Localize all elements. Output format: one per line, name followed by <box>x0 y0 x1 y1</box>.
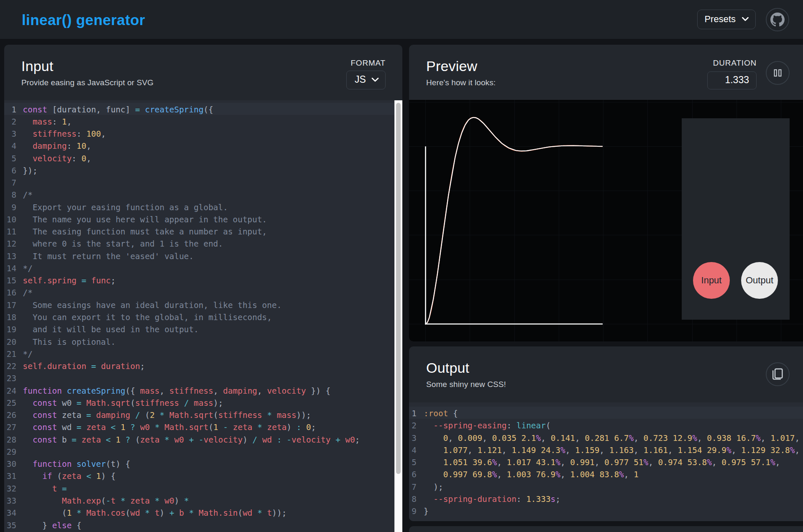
code-line[interactable]: 19 and it will be used in the output. <box>4 323 402 335</box>
output-panel-title: Output <box>426 360 469 376</box>
code-line[interactable]: 15self.spring = func; <box>4 274 402 286</box>
code-line[interactable]: 32 t = <box>4 482 402 494</box>
code-line[interactable]: 3 stiffness: 100, <box>4 127 402 139</box>
output-panel-header: Output Some shiny new CSS! <box>409 346 803 402</box>
input-editor-scrollbar[interactable] <box>394 100 403 532</box>
input-code-editor[interactable]: 1const [duration, func] = createSpring({… <box>4 100 402 532</box>
code-line[interactable]: 28 const b = zeta < 1 ? (zeta * w0 + -ve… <box>4 433 402 445</box>
input-panel-subtitle: Provide easing as JavaScript or SVG <box>21 78 153 87</box>
preview-panel-header: Preview Here's how it looks: DURATION <box>409 45 803 100</box>
code-line[interactable]: 35 } else { <box>4 519 402 531</box>
code-line[interactable]: 33 Math.exp(-t * zeta * w0) * <box>4 494 402 506</box>
main-content: Input Provide easing as JavaScript or SV… <box>4 45 803 532</box>
code-line[interactable]: 12 where 0 is the start, and 1 is the en… <box>4 237 402 249</box>
format-label: FORMAT <box>350 59 386 68</box>
output-code-editor[interactable]: 1:root {2 --spring-easing: linear(3 0, 0… <box>409 402 803 521</box>
code-line[interactable]: 16/* <box>4 286 402 298</box>
code-line[interactable]: 29 <box>4 445 402 457</box>
code-line[interactable]: 7 <box>4 176 402 188</box>
output-panel: Output Some shiny new CSS! 1:root {2 --s… <box>409 346 803 521</box>
code-line[interactable]: 14*/ <box>4 262 402 274</box>
demo-output-ball: Output <box>741 262 778 299</box>
code-line[interactable]: 8 --spring-duration: 1.333s; <box>409 492 803 504</box>
code-line[interactable]: 17 Some easings have an ideal duration, … <box>4 298 402 311</box>
input-panel-title: Input <box>21 58 54 74</box>
code-line[interactable]: 1:root { <box>409 407 803 419</box>
code-line[interactable]: 2 mass: 1, <box>4 115 402 127</box>
code-line[interactable]: 24function createSpring({ mass, stiffnes… <box>4 384 402 396</box>
code-line[interactable]: 25 const w0 = Math.sqrt(stiffness / mass… <box>4 396 402 408</box>
code-line[interactable]: 6}); <box>4 164 402 176</box>
app-header: linear() generator Presets <box>0 0 803 39</box>
pause-icon <box>767 61 789 85</box>
chevron-down-icon <box>371 78 379 82</box>
code-line[interactable]: 27 const wd = zeta < 1 ? w0 * Math.sqrt(… <box>4 420 402 433</box>
app-title: linear() generator <box>22 11 145 28</box>
input-panel-header: Input Provide easing as JavaScript or SV… <box>4 45 402 100</box>
code-line[interactable]: 10 The name you use here will appear in … <box>4 213 402 225</box>
input-code-lines: 1const [duration, func] = createSpring({… <box>4 103 402 532</box>
code-line[interactable]: 4 1.077, 1.121, 1.149 24.3%, 1.159, 1.16… <box>409 443 803 456</box>
copy-icon <box>767 362 789 386</box>
preview-panel-title: Preview <box>426 58 477 74</box>
code-line[interactable]: 5 1.051 39.6%, 1.017 43.1%, 0.991, 0.977… <box>409 456 803 468</box>
next-panel-strip <box>409 526 803 532</box>
preview-graph: Input Output <box>409 100 803 341</box>
code-line[interactable]: 3 0, 0.009, 0.035 2.1%, 0.141, 0.281 6.7… <box>409 431 803 443</box>
code-line[interactable]: 18 You can export it to the global, in m… <box>4 311 402 323</box>
code-line[interactable]: 13 It must return the 'eased' value. <box>4 249 402 262</box>
format-select-value: JS <box>355 74 366 85</box>
demo-input-ball: Input <box>693 262 730 299</box>
code-line[interactable]: 9 Export your easing function as a globa… <box>4 201 402 213</box>
code-line[interactable]: 8/* <box>4 188 402 200</box>
right-column: Preview Here's how it looks: DURATION In… <box>409 45 803 532</box>
code-line[interactable]: 26 const zeta = damping / (2 * Math.sqrt… <box>4 408 402 420</box>
output-code-lines: 1:root {2 --spring-easing: linear(3 0, 0… <box>409 407 803 517</box>
preview-demo-box: Input Output <box>682 118 790 320</box>
code-line[interactable]: 22self.duration = duration; <box>4 359 402 372</box>
input-panel: Input Provide easing as JavaScript or SV… <box>4 45 402 532</box>
preview-panel: Preview Here's how it looks: DURATION In… <box>409 45 803 341</box>
duration-input[interactable] <box>707 71 757 89</box>
chevron-down-icon <box>742 17 749 21</box>
pause-button[interactable] <box>766 61 790 85</box>
code-line[interactable]: 5 velocity: 0, <box>4 152 402 164</box>
demo-input-label: Input <box>701 275 722 286</box>
presets-button[interactable]: Presets <box>697 10 756 29</box>
code-line[interactable]: 34 (1 * Math.cos(wd * t) + b * Math.sin(… <box>4 506 402 518</box>
code-line[interactable]: 1const [duration, func] = createSpring({ <box>4 103 402 115</box>
copy-button[interactable] <box>766 362 790 386</box>
preview-panel-subtitle: Here's how it looks: <box>426 78 496 87</box>
code-line[interactable]: 21*/ <box>4 347 402 359</box>
code-line[interactable]: 20 This is optional. <box>4 335 402 347</box>
code-line[interactable]: 23 <box>4 372 402 384</box>
code-line[interactable]: 9} <box>409 504 803 517</box>
code-line[interactable]: 4 damping: 10, <box>4 139 402 151</box>
scrollbar-thumb[interactable] <box>396 103 401 474</box>
demo-output-label: Output <box>746 275 773 286</box>
presets-button-label: Presets <box>704 14 736 25</box>
format-select[interactable]: JS <box>346 71 386 89</box>
header-actions: Presets <box>697 8 789 31</box>
github-icon <box>770 13 785 27</box>
code-line[interactable]: 30 function solver(t) { <box>4 457 402 469</box>
code-line[interactable]: 31 if (zeta < 1) { <box>4 469 402 481</box>
code-line[interactable]: 7 ); <box>409 480 803 492</box>
code-line[interactable]: 6 0.997 69.8%, 1.003 76.9%, 1.004 83.8%,… <box>409 468 803 480</box>
code-line[interactable]: 11 The easing function must take a numbe… <box>4 225 402 237</box>
duration-label: DURATION <box>713 59 757 68</box>
output-panel-subtitle: Some shiny new CSS! <box>426 380 506 389</box>
github-button[interactable] <box>766 8 789 31</box>
code-line[interactable]: 2 --spring-easing: linear( <box>409 419 803 431</box>
